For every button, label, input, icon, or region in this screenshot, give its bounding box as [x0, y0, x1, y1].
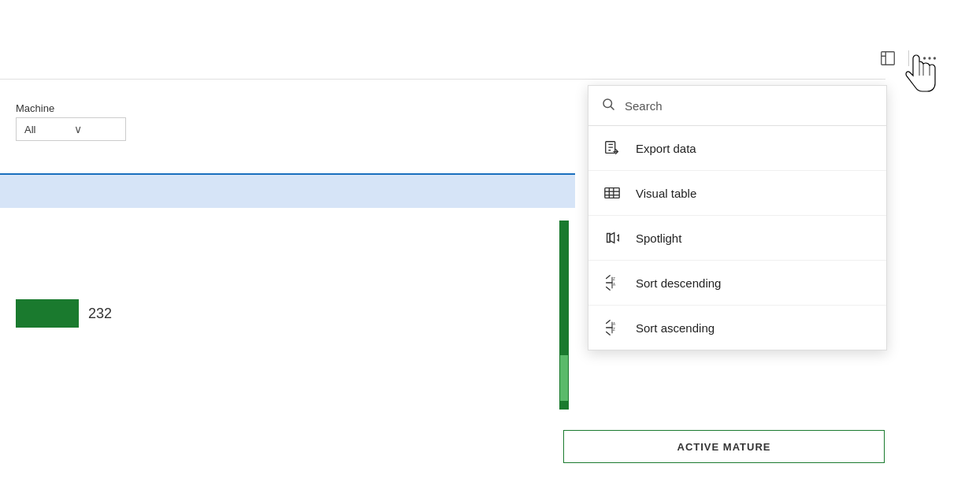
- menu-item-sort-ascending[interactable]: A Z Sort ascending: [588, 306, 886, 350]
- menu-search-row[interactable]: Search: [588, 86, 886, 126]
- context-menu: Search Export data: [588, 85, 887, 350]
- svg-line-5: [611, 106, 614, 109]
- green-bar-secondary: [559, 354, 569, 402]
- svg-point-1: [923, 57, 926, 59]
- sort-descending-label: Sort descending: [636, 276, 721, 290]
- filter-machine: Machine All ∨: [16, 102, 126, 141]
- highlight-bar: [0, 173, 575, 208]
- machine-dropdown[interactable]: All ∨: [16, 117, 126, 141]
- svg-rect-0: [882, 52, 895, 65]
- search-icon: [601, 97, 615, 114]
- spotlight-label: Spotlight: [636, 232, 681, 245]
- visual-table-icon: [601, 182, 623, 204]
- machine-value: All: [24, 124, 68, 135]
- chart-value: 232: [88, 306, 112, 322]
- menu-item-sort-descending[interactable]: Z A Sort descending: [588, 261, 886, 306]
- top-bar: [877, 47, 941, 69]
- visual-table-label: Visual table: [636, 187, 696, 200]
- chart-area: 232: [16, 299, 112, 328]
- chevron-down-icon: ∨: [74, 123, 117, 135]
- filter-row: Machine All ∨: [0, 102, 575, 141]
- menu-item-spotlight[interactable]: Spotlight: [588, 216, 886, 261]
- svg-text:A: A: [613, 322, 616, 326]
- machine-label: Machine: [16, 102, 126, 114]
- svg-point-3: [934, 57, 936, 59]
- svg-point-2: [928, 57, 930, 59]
- sort-desc-icon: Z A: [601, 272, 623, 294]
- menu-search-label: Search: [625, 99, 663, 113]
- svg-text:Z: Z: [613, 277, 615, 281]
- menu-item-export-data[interactable]: Export data: [588, 126, 886, 171]
- icon-divider: [908, 50, 909, 66]
- svg-rect-7: [605, 188, 619, 198]
- export-icon: [601, 137, 623, 159]
- menu-item-visual-table[interactable]: Visual table: [588, 171, 886, 216]
- svg-point-4: [603, 99, 612, 108]
- main-area: Machine All ∨ 232 ACTIVE MATURE Se: [0, 0, 980, 493]
- active-mature-label: ACTIVE MATURE: [563, 430, 885, 463]
- sort-ascending-label: Sort ascending: [636, 321, 715, 335]
- chart-bar: [16, 299, 79, 328]
- svg-text:Z: Z: [613, 328, 615, 332]
- expand-icon[interactable]: [877, 47, 899, 69]
- spotlight-icon: [601, 227, 623, 249]
- svg-text:A: A: [613, 283, 616, 287]
- export-data-label: Export data: [636, 142, 696, 155]
- top-divider: [0, 79, 885, 80]
- sort-asc-icon: A Z: [601, 317, 623, 339]
- more-options-icon[interactable]: [919, 47, 941, 69]
